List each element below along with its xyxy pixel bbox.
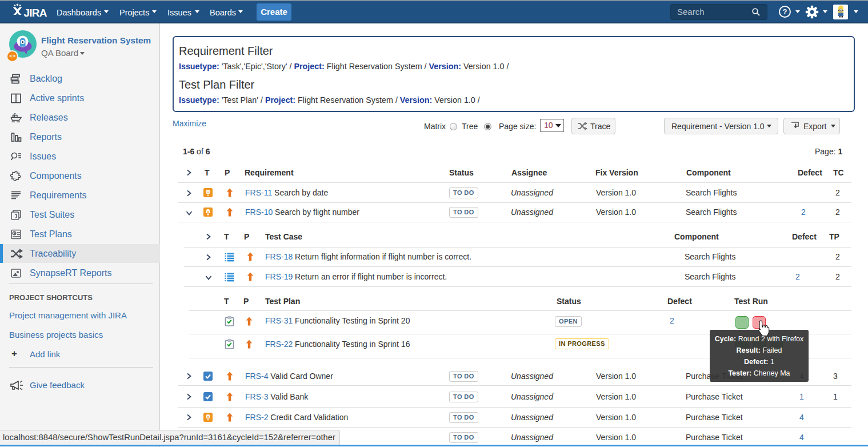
svg-text:JIRA: JIRA (24, 7, 47, 19)
